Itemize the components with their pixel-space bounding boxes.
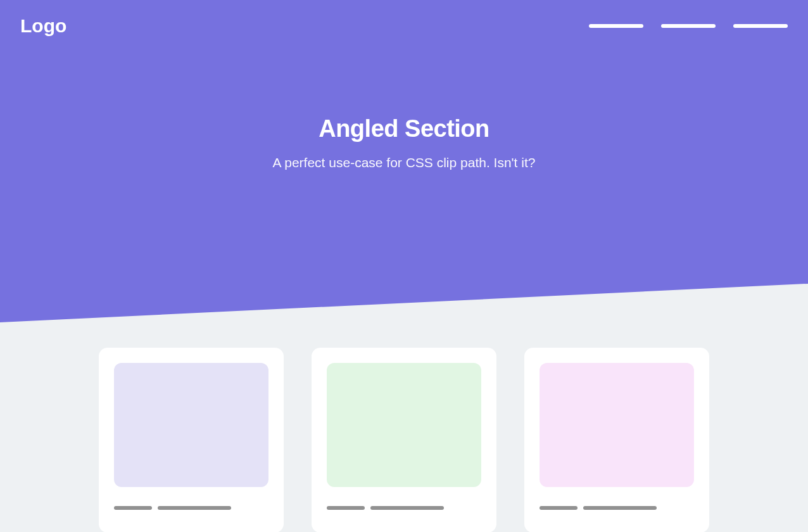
hero-subtitle: A perfect use-case for CSS clip path. Is… — [13, 155, 795, 170]
card-image — [327, 363, 481, 487]
text-placeholder — [583, 506, 657, 510]
card-1[interactable] — [99, 348, 284, 532]
hero-section: Logo Angled Section A perfect use-case f… — [0, 0, 808, 322]
nav-links — [589, 24, 788, 28]
card-text — [327, 506, 481, 510]
card-image — [540, 363, 694, 487]
card-text — [114, 506, 268, 510]
nav-link-3[interactable] — [733, 24, 788, 28]
nav-link-1[interactable] — [589, 24, 643, 28]
hero-content: Angled Section A perfect use-case for CS… — [0, 52, 808, 284]
cards-section — [0, 322, 808, 532]
logo[interactable]: Logo — [20, 15, 66, 37]
navbar: Logo — [0, 0, 808, 52]
text-placeholder — [327, 506, 365, 510]
text-placeholder — [370, 506, 444, 510]
card-image — [114, 363, 268, 487]
card-2[interactable] — [312, 348, 496, 532]
hero-title: Angled Section — [13, 115, 795, 142]
card-3[interactable] — [524, 348, 709, 532]
text-placeholder — [158, 506, 231, 510]
text-placeholder — [540, 506, 578, 510]
nav-link-2[interactable] — [661, 24, 716, 28]
text-placeholder — [114, 506, 152, 510]
card-text — [540, 506, 694, 510]
